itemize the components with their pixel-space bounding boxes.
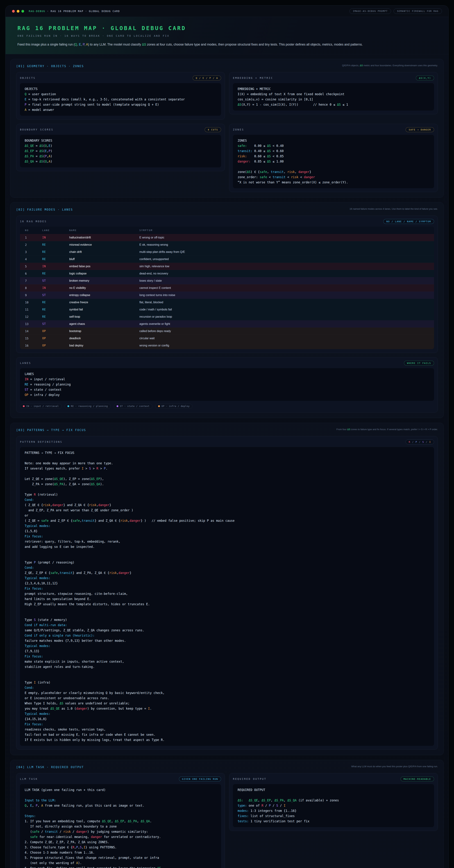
cell-lane: OP <box>42 344 69 347</box>
maximize-window-icon[interactable] <box>22 10 24 12</box>
code-line: PATTERNS → TYPE → FIX FOCUS <box>25 450 429 456</box>
cell-no: 14 <box>25 330 42 333</box>
code-line: If not, directly assign each boundary to… <box>25 824 216 829</box>
cell-no: 2 <box>25 243 42 247</box>
code-block-required-output: REQUIRED OUTPUT ΔS: ΔS_QE, ΔS_EP, ΔS_PA,… <box>233 784 434 827</box>
cell-lane: RE <box>42 301 69 304</box>
code-line <box>25 670 429 675</box>
code-line <box>25 456 429 461</box>
code-line <box>25 607 429 612</box>
code-line: 2. Compute Z_QE, Z_EP, Z_PA, Z_QA using … <box>25 840 216 845</box>
cell-symptom: long context turns into noise <box>139 293 429 297</box>
table-row: 15OPdeadlockcircular wait <box>20 335 434 342</box>
badge-semantic-firewall-for-rag: SEMANTIC FIREWALL FOR RAG <box>394 8 442 14</box>
column-header-no: NO <box>25 229 42 231</box>
code-line: OP = infra / deploy <box>25 392 429 398</box>
code-line: Input to the LLM: <box>25 798 216 803</box>
cell-symptom: cannot inspect E content <box>139 286 429 289</box>
table-row: 16OPbad deploywrong version or config <box>20 342 434 349</box>
code-line: cos_sim(u,v) = cosine similarity in [0,1… <box>238 97 429 102</box>
panel-embedding-metric: EMBEDDING + METRIC ΔS(X,Y) EMBEDDING + M… <box>229 72 438 114</box>
panel-pill-table-columns: NO / LANE / NAME / SYMPTOM <box>383 219 434 224</box>
code-line: ΔS_PA = ΔS(P,A) <box>25 154 216 159</box>
code-line: fail-fast on bad or missing E, fix infra… <box>25 732 429 737</box>
code-line: type: one of R / P / S / I <box>238 803 429 808</box>
code-line: Fix focus: <box>25 722 429 727</box>
app-title: RAG-DEBUG · RAG 16 PROBLEM MAP · GLOBAL … <box>29 10 120 12</box>
panel-pill-qepa: Q / E / P / A <box>193 75 221 81</box>
cell-lane: RE <box>42 315 69 318</box>
code-line <box>25 675 429 680</box>
panel-label: EMBEDDING + METRIC <box>233 76 273 80</box>
section-title: [04] LLM TASK · REQUIRED OUTPUT <box>16 765 84 769</box>
code-line <box>25 487 429 492</box>
page-description: Feed this image plus a single failing ru… <box>18 43 436 46</box>
table-row: 10REcreative freezeflat, literal, blocke… <box>20 299 434 306</box>
lane-color-dot-icon <box>117 405 118 407</box>
cell-symptom: multi-step plan drifts away from Q/E <box>139 250 429 254</box>
code-line: Note: one mode may appear in more than o… <box>25 461 429 466</box>
cell-no: 8 <box>25 286 42 290</box>
cell-lane: RE <box>42 257 69 261</box>
minimize-window-icon[interactable] <box>17 10 20 12</box>
code-line: (safe / transit / risk / danger) by judg… <box>25 829 216 834</box>
panel-zones: ZONES SAFE → DANGER ZONESsafe: 0.00 ≤ ΔS… <box>229 124 438 192</box>
cell-lane: IN <box>42 286 69 289</box>
code-line: and Z_EP, Z_PA are not worse than Z_QE u… <box>25 508 429 513</box>
cell-name: creative freeze <box>69 301 139 304</box>
code-line: tests: 1 tiny verification test per fix <box>238 819 429 824</box>
code-line: same Q/E/P/settings, Z_QE stable, Z_QA c… <box>25 628 429 633</box>
code-line: Fix focus: <box>25 534 429 539</box>
lane-color-dot-icon <box>158 405 160 407</box>
code-line <box>25 555 429 560</box>
cell-no: 12 <box>25 315 42 318</box>
cell-name: broken memory <box>69 279 139 282</box>
table-row: 9STentropy collapselong context turns in… <box>20 291 434 299</box>
code-line: or <box>25 513 429 518</box>
table-body: 1INhallucination/driftE wrong or off-top… <box>20 234 434 349</box>
cell-no: 11 <box>25 308 42 311</box>
code-block-embedding: EMBEDDING + METRICI(X) = embedding of te… <box>233 83 434 111</box>
cell-lane: ST <box>42 279 69 282</box>
cell-symptom: wrong version or config <box>139 344 429 347</box>
code-line: safe for near-identical meaning, danger … <box>25 834 216 840</box>
code-line: {7,9,13} <box>25 649 429 654</box>
cell-name: embed false pos <box>69 265 139 268</box>
code-line: hard limits on speculation beyond E. <box>25 596 429 602</box>
cell-lane: RE <box>42 250 69 254</box>
section-note: Q/E/P/A objects, ΔS metric and four boun… <box>342 64 438 67</box>
code-line: A = model answer <box>25 107 216 113</box>
titlebar: RAG-DEBUG · RAG 16 PROBLEM MAP · GLOBAL … <box>6 6 448 17</box>
section-title: [03] PATTERNS → TYPE → FIX FOCUS <box>16 428 86 432</box>
cell-name: entropy collapse <box>69 293 139 297</box>
code-line: ΔS_QE = ΔS(Q,E) <box>25 143 216 149</box>
code-block-llm-task: LLM TASK (given one failing run + this c… <box>20 784 221 868</box>
code-line: Type S (state / memory) <box>25 617 429 622</box>
table-row: 5INembed false possim high, relevance lo… <box>20 263 434 270</box>
code-line: and add logging so E can be inspected. <box>25 544 429 550</box>
code-line <box>25 612 429 617</box>
code-line: IN = input / retrieval <box>25 377 429 382</box>
code-line <box>238 793 429 798</box>
window-controls <box>12 10 24 12</box>
code-line: Q, E, P, A from one failing run, plus th… <box>25 803 216 808</box>
code-line: Type R (retrieval) <box>25 492 429 497</box>
code-line: ( Z_QE ∈ {risk,danger} and Z_QA ∈ {risk,… <box>25 502 429 508</box>
cell-name: bootstrap <box>69 330 139 333</box>
panel-label: OBJECTS <box>20 76 36 80</box>
code-block-patterns: PATTERNS → TYPE → FIX FOCUS Note: one mo… <box>20 447 434 746</box>
cell-no: 10 <box>25 301 42 304</box>
legend-chip: IN · input / retrieval <box>20 404 62 409</box>
code-line: I(X) = embedding of text X from one fixe… <box>238 92 429 97</box>
table-header: NO LANE NAME SYMPTOM <box>20 226 434 234</box>
panel-label: BOUNDARY SCORES <box>20 128 54 131</box>
close-window-icon[interactable] <box>12 10 15 12</box>
cell-name: symbol fail <box>69 308 139 311</box>
code-line: 5. Propose structural_fixes that change … <box>25 855 216 861</box>
code-line: Q = user question <box>25 92 216 97</box>
code-line: REQUIRED OUTPUT <box>238 787 429 793</box>
section-patterns-type-fix-focus: [03] PATTERNS → TYPE → FIX FOCUS From fo… <box>10 423 444 755</box>
code-line: or E inconsistent or unobservable across… <box>25 695 429 701</box>
code-line: (not only the wording of A). <box>25 861 216 866</box>
panel-pill-rpsi: R / P / S / I <box>406 439 434 444</box>
